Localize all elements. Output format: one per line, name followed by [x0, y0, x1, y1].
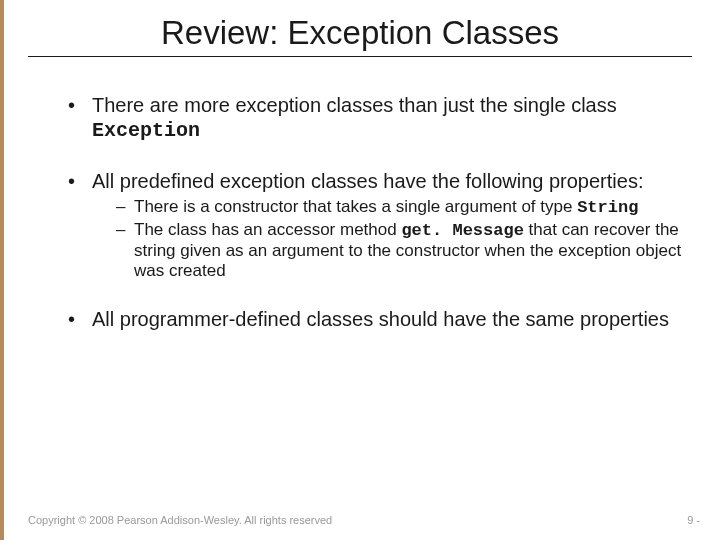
bullet-3-text: All programmer-defined classes should ha… — [92, 308, 669, 330]
bullet-2-text: All predefined exception classes have th… — [92, 170, 643, 192]
bullet-1: There are more exception classes than ju… — [68, 93, 692, 143]
footer-page-number: 9 - — [687, 514, 700, 526]
accent-stripe — [0, 0, 4, 540]
bullet-3: All programmer-defined classes should ha… — [68, 307, 692, 331]
bullet-list: There are more exception classes than ju… — [28, 93, 692, 331]
footer-copyright: Copyright © 2008 Pearson Addison-Wesley.… — [28, 514, 332, 526]
bullet-2: All predefined exception classes have th… — [68, 169, 692, 281]
sub-2-1: There is a constructor that takes a sing… — [116, 197, 692, 218]
sub-2-1-text: There is a constructor that takes a sing… — [134, 197, 577, 216]
bullet-1-text: There are more exception classes than ju… — [92, 94, 617, 116]
slide-title: Review: Exception Classes — [28, 14, 692, 57]
sub-2-1-code: String — [577, 198, 638, 217]
sub-2-2-code: get. Message — [401, 221, 523, 240]
sub-list-2: There is a constructor that takes a sing… — [92, 197, 692, 281]
bullet-1-code: Exception — [92, 119, 200, 142]
sub-2-2: The class has an accessor method get. Me… — [116, 220, 692, 281]
slide-body: Review: Exception Classes There are more… — [0, 0, 720, 331]
sub-2-2-pre: The class has an accessor method — [134, 220, 401, 239]
